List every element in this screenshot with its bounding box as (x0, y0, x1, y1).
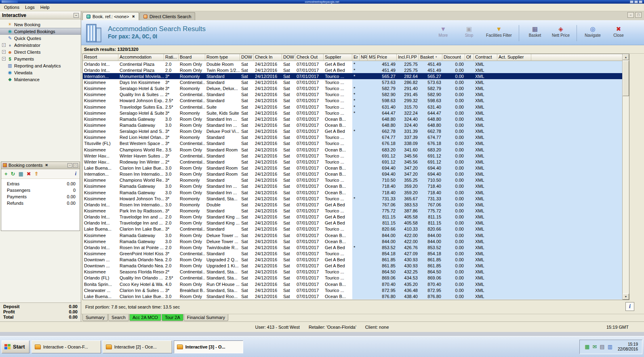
column-header-of[interactable]: Of (465, 54, 474, 61)
restore-icon[interactable]: □ (635, 12, 642, 18)
scroll-down-icon[interactable]: ▼ (623, 294, 629, 300)
column-header-dow[interactable]: DOW (240, 54, 254, 61)
booking-contents-row[interactable]: Refunds0.00 (1, 200, 80, 206)
table-row[interactable]: Winter Hav...Winter Haven Suites ...3*Co… (83, 153, 622, 159)
menu-options[interactable]: Options (1, 4, 22, 10)
sidebar-item-new-booking[interactable]: New Booking (0, 21, 81, 28)
scroll-up-icon[interactable]: ▲ (623, 54, 629, 60)
booking-contents-row[interactable]: Extras0.00 (1, 181, 80, 187)
expand-plus-icon[interactable]: + (2, 57, 6, 61)
sidebar-item-completed-bookings[interactable]: Completed Bookings (0, 28, 81, 35)
table-row[interactable]: KissimmeeRamada Gateway3.0Room OnlyStand… (83, 189, 622, 195)
table-row[interactable]: KissimmeeChampions World Re...3*Roomonly… (83, 177, 622, 183)
tray-network-icon[interactable]: ▥ (608, 344, 612, 350)
table-row[interactable]: KissimmeeChampions World Re...3.5Room On… (83, 147, 622, 153)
taskbar-task-interactive-3-o[interactable]: Interactive [3] - O... (174, 340, 243, 353)
refresh-icon[interactable]: ↻ (11, 171, 15, 177)
table-row[interactable]: KissimmeeSeasons Florida Resort2*Contine… (83, 269, 622, 275)
remote-restore-button[interactable] (634, 0, 638, 3)
close-button[interactable]: Close (607, 24, 630, 39)
column-header-supplier[interactable]: Supplier (324, 54, 352, 61)
table-row[interactable]: Orlando Int...Travelodge Inn and ...2.0R… (83, 214, 622, 220)
column-header-check-out[interactable]: Check Out (295, 54, 324, 61)
basket-button[interactable]: Basket (523, 24, 547, 39)
vertical-scrollbar[interactable]: ▲ ▼ (622, 54, 629, 300)
table-row[interactable]: KissimmeeRamada Gateway3.0Room OnlyStand… (83, 122, 622, 128)
table-row[interactable]: Clearwater ...Clarion Inn & Suites ...3*… (83, 287, 622, 293)
tray-display-icon[interactable]: ▤ (600, 344, 604, 350)
table-row[interactable]: Lake Buena...Clarion Inn Lake Bue...3*Co… (83, 226, 622, 232)
booking-contents-close-icon[interactable]: ✖ (45, 163, 48, 167)
column-header-check-in[interactable]: Check In (254, 54, 282, 61)
table-row[interactable]: KissimmeePark Inn by Radisson...3*Roomon… (83, 208, 622, 214)
table-row[interactable]: Orlando Int...Continental Plaza2.0Room O… (83, 61, 622, 67)
taskbar-task-interactive-ocean-f[interactable]: Interactive - Ocean-F... (32, 340, 101, 353)
column-header-accommodation[interactable]: Accommodation (118, 54, 164, 61)
table-row[interactable]: Winter Hav...Rodeway Inn Winter ...2*Con… (83, 159, 622, 165)
column-header-act-supplier[interactable]: Act. Supplier (497, 54, 531, 61)
column-header-board[interactable]: Board (179, 54, 205, 61)
column-header-price[interactable]: Price (376, 54, 397, 61)
table-row[interactable]: KissimmeeRamada Gateway3.0Room OnlyStand… (83, 183, 622, 189)
delete-icon[interactable]: ✖ (27, 171, 31, 177)
column-header-basket[interactable]: Basket (419, 54, 442, 61)
table-row[interactable]: KissimmeeHoward Johnson Exp...2.5*Contin… (83, 98, 622, 104)
column-header-rati[interactable]: Rati... (164, 54, 179, 61)
sidebar-item-viewdata[interactable]: Viewdata (0, 69, 81, 76)
tab-financial-summary[interactable]: Financial Summary (184, 314, 228, 321)
table-row[interactable]: Bonita Sprin...Coco Key Hotel & Wa...4.0… (83, 281, 622, 287)
info-button[interactable]: i (625, 302, 634, 311)
tab-close-icon[interactable]: ✖ (132, 15, 135, 19)
table-row[interactable]: Downtown ...Ramada Orlando Nea...2.0Room… (83, 257, 622, 263)
table-row[interactable]: KissimmeeRamada Gateway3.0Room OnlyDelux… (83, 238, 622, 244)
booking-contents-minimize-button[interactable]: − (67, 163, 72, 168)
basket-add-icon[interactable]: ▦ (19, 171, 23, 177)
scrollbar-thumb[interactable] (623, 61, 629, 96)
table-row[interactable]: Orlando Int...Rosen Inn at Pointe ...2.0… (83, 244, 622, 250)
table-row[interactable]: Orlando (FL)Quality Inn Orlando ...2.5*C… (83, 275, 622, 281)
facilities-filter-button[interactable]: Facilities Filter (483, 24, 515, 39)
taskbar-task-interactive-2-oce[interactable]: Interactive [2] - Oce... (103, 340, 172, 353)
table-row[interactable]: Downtown ...Ramada Orlando Nea...2.0Room… (83, 263, 622, 269)
tray-mail-icon[interactable]: ✉ (592, 344, 597, 350)
expand-plus-icon[interactable]: + (2, 50, 6, 54)
table-row[interactable]: Orlando Int...Continental Plaza2.0Room O… (83, 67, 622, 73)
table-row[interactable]: Lake Buena...Clarion Inn Lake Bue...3.0R… (83, 293, 622, 299)
sidebar-item-administrator[interactable]: +Administrator (0, 42, 81, 48)
column-header-room-type[interactable]: Room type (205, 54, 240, 61)
table-row[interactable]: KissimmeeGreenPoint Hotel Kiss...3*Conti… (83, 250, 622, 256)
column-header-discount[interactable]: Discount (442, 54, 465, 61)
remote-minimize-button[interactable] (630, 0, 633, 3)
table-row[interactable]: Internation...Monumental Moviela...3*Roo… (83, 73, 622, 79)
booking-contents-row[interactable]: Payments0.00 (1, 193, 80, 200)
table-row[interactable]: KissimmeeQuality Inn & Suites ...2*Conti… (83, 92, 622, 98)
column-header-ms[interactable]: MS (368, 54, 376, 61)
add-item-icon[interactable]: + (4, 171, 8, 177)
scrollbar-track[interactable] (623, 60, 629, 294)
table-row[interactable]: KissimmeeTravelodge Suites Ea...2.5*Cont… (83, 104, 622, 110)
column-header-dow[interactable]: DOW (282, 54, 295, 61)
column-header-incl-fl-pp[interactable]: Incl.Fl.PP (397, 54, 419, 61)
table-row[interactable]: KissimmeeSeralago Hotel & Suites3*Roomon… (83, 86, 622, 92)
tab-book-ref-none[interactable]: Book. ref.: <none>✖ (82, 12, 139, 20)
info-icon[interactable]: i (75, 170, 76, 177)
remote-close-button[interactable] (639, 0, 642, 3)
table-row[interactable]: KissimmeeRed Lion Hotel Orlan...3*Roomon… (83, 134, 622, 141)
export-icon[interactable]: ⇑ (34, 171, 39, 177)
table-row[interactable]: KissimmeeHoward Johnson Tro...3*Roomonly… (83, 195, 622, 202)
table-row[interactable]: Orlando Int...Rosen Inn Internatio...3.0… (83, 202, 622, 208)
table-row[interactable]: KissimmeeDays Inn Kissimmee3*Continental… (83, 79, 622, 85)
table-row[interactable]: Lake Buena...Clarion Inn Lake Bue...3.0R… (83, 165, 622, 171)
start-button[interactable]: Start (2, 340, 29, 353)
sidebar-collapse-icon[interactable]: − (74, 13, 79, 18)
column-header-nr[interactable]: NR (360, 54, 368, 61)
table-row[interactable]: KissimmeeRamada Gateway3.0Room OnlyDelux… (83, 232, 622, 238)
sidebar-item-quick-quotes[interactable]: Quick Quotes (0, 35, 81, 42)
sidebar-item-maintenance[interactable]: Maintenance (0, 76, 81, 83)
nett-price-button[interactable]: Nett Price (549, 24, 572, 39)
column-header-er[interactable]: Er (352, 54, 360, 61)
sidebar-item-payments[interactable]: +Payments (0, 55, 81, 62)
booking-contents-maximize-button[interactable]: □ (73, 163, 78, 168)
table-row[interactable]: KissimmeeSeralago Hotel and S...3*Room O… (83, 128, 622, 134)
minimize-icon[interactable]: − (627, 12, 634, 18)
